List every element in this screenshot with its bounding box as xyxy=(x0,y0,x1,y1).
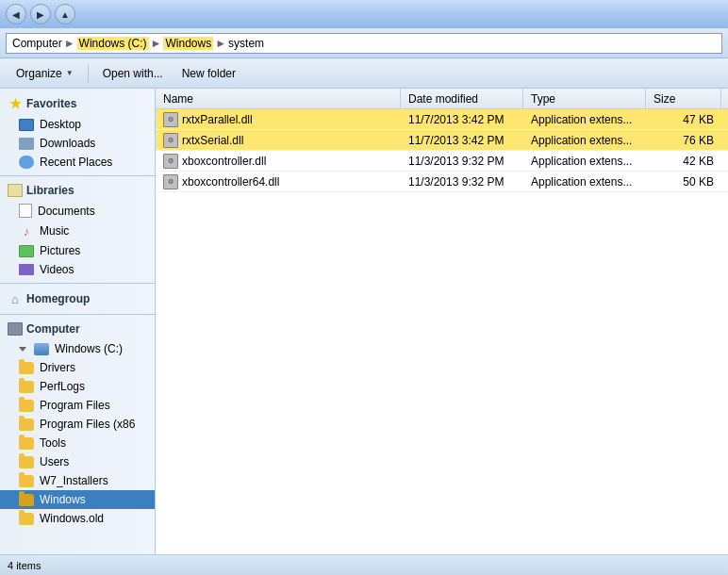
sidebar-pictures-label: Pictures xyxy=(40,244,80,257)
status-bar: 4 items xyxy=(0,554,728,575)
sidebar-item-tools[interactable]: Tools xyxy=(0,434,155,452)
up-button[interactable]: ▲ xyxy=(55,4,75,25)
open-with-button[interactable]: Open with... xyxy=(94,62,172,85)
title-bar: ◀ ▶ ▲ xyxy=(0,0,728,28)
col-header-type[interactable]: Type xyxy=(523,89,646,108)
sidebar-videos-label: Videos xyxy=(40,263,74,276)
file-name-text: rxtxParallel.dll xyxy=(182,113,253,126)
libraries-label: Libraries xyxy=(26,184,74,197)
favorites-section: ★ Favorites Desktop Downloads Recent Pla… xyxy=(0,92,155,172)
homegroup-header[interactable]: ⌂ Homegroup xyxy=(0,288,155,310)
file-name-text: xboxcontroller64.dll xyxy=(182,175,279,189)
folder-icon xyxy=(19,362,34,374)
table-row[interactable]: ⚙xboxcontroller64.dll11/3/2013 9:32 PMAp… xyxy=(156,172,728,192)
dll-icon: ⚙ xyxy=(163,112,178,127)
sidebar-programfiles86-label: Program Files (x86 xyxy=(40,418,135,431)
sidebar-item-drivers[interactable]: Drivers xyxy=(0,358,155,377)
recent-icon xyxy=(19,156,34,169)
open-with-label: Open with... xyxy=(103,67,163,80)
status-text: 4 items xyxy=(8,560,41,571)
sidebar-item-music[interactable]: ♪ Music xyxy=(0,221,155,241)
forward-button[interactable]: ▶ xyxy=(30,4,51,25)
favorites-label: Favorites xyxy=(26,97,76,110)
sidebar-item-users[interactable]: Users xyxy=(0,452,155,471)
homegroup-section: ⌂ Homegroup xyxy=(0,288,155,310)
back-button[interactable]: ◀ xyxy=(6,4,26,25)
sidebar-item-programfiles[interactable]: Program Files xyxy=(0,396,155,415)
computer-label: Computer xyxy=(26,322,80,336)
sidebar-music-label: Music xyxy=(40,224,69,238)
sidebar-item-drive[interactable]: Windows (C:) xyxy=(0,339,155,358)
breadcrumb-computer: Computer xyxy=(12,37,62,50)
sidebar-perflogs-label: PerfLogs xyxy=(40,380,85,393)
folder-icon xyxy=(19,419,34,431)
table-row[interactable]: ⚙xboxcontroller.dll11/3/2013 9:32 PMAppl… xyxy=(156,151,728,172)
sidebar-programfiles-label: Program Files xyxy=(40,399,110,412)
col-header-name[interactable]: Name xyxy=(156,89,401,108)
sidebar-item-w7installers[interactable]: W7_Installers xyxy=(0,471,155,490)
breadcrumb-system: system xyxy=(228,37,264,50)
sidebar-users-label: Users xyxy=(40,455,69,468)
sidebar-item-perflogs[interactable]: PerfLogs xyxy=(0,377,155,396)
table-row[interactable]: ⚙rxtxSerial.dll11/7/2013 3:42 PMApplicat… xyxy=(156,130,728,151)
drive-icon xyxy=(34,343,49,355)
col-header-date[interactable]: Date modified xyxy=(401,89,523,108)
file-date: 11/3/2013 9:32 PM xyxy=(401,155,523,168)
file-list: Name Date modified Type Size ⚙rxtxParall… xyxy=(156,89,728,554)
computer-header[interactable]: Computer xyxy=(0,319,155,339)
dll-icon: ⚙ xyxy=(163,154,178,169)
address-path[interactable]: Computer ► Windows (C:) ► Windows ► syst… xyxy=(6,33,722,54)
dll-icon: ⚙ xyxy=(163,174,178,189)
breadcrumb-windows: Windows xyxy=(163,37,213,50)
new-folder-button[interactable]: New folder xyxy=(174,62,244,85)
file-size: 50 KB xyxy=(646,175,721,189)
homegroup-icon: ⌂ xyxy=(8,291,23,306)
sidebar-item-recent[interactable]: Recent Places xyxy=(0,153,155,172)
col-date-label: Date modified xyxy=(408,92,478,106)
sidebar: ★ Favorites Desktop Downloads Recent Pla… xyxy=(0,89,156,554)
drive-expand-arrow xyxy=(19,347,26,352)
table-row[interactable]: ⚙rxtxParallel.dll11/7/2013 3:42 PMApplic… xyxy=(156,109,728,130)
file-size: 76 KB xyxy=(646,134,721,147)
sidebar-item-windows[interactable]: Windows xyxy=(0,490,155,509)
sidebar-item-desktop[interactable]: Desktop xyxy=(0,115,155,134)
folder-icon xyxy=(19,400,34,412)
address-bar: Computer ► Windows (C:) ► Windows ► syst… xyxy=(0,28,728,58)
sidebar-tools-label: Tools xyxy=(40,436,66,450)
video-icon xyxy=(19,264,34,275)
sidebar-downloads-label: Downloads xyxy=(40,137,95,150)
col-name-label: Name xyxy=(163,92,193,106)
sidebar-item-windowsold[interactable]: Windows.old xyxy=(0,509,155,528)
file-date: 11/7/2013 3:42 PM xyxy=(401,134,523,147)
sidebar-separator-1 xyxy=(0,175,155,176)
sidebar-separator-2 xyxy=(0,283,155,284)
libraries-header[interactable]: Libraries xyxy=(0,180,155,201)
favorites-header[interactable]: ★ Favorites xyxy=(0,92,155,115)
new-folder-label: New folder xyxy=(182,67,236,80)
col-header-size[interactable]: Size xyxy=(646,89,721,108)
computer-section: Computer Windows (C:) Drivers PerfLogs P… xyxy=(0,319,155,528)
file-type: Application extens... xyxy=(523,113,646,126)
folder-icon xyxy=(19,475,34,487)
file-name-text: rxtxSerial.dll xyxy=(182,134,243,147)
file-type: Application extens... xyxy=(523,134,646,147)
sidebar-item-downloads[interactable]: Downloads xyxy=(0,134,155,153)
col-size-label: Size xyxy=(654,92,675,106)
sidebar-item-documents[interactable]: Documents xyxy=(0,201,155,221)
file-type: Application extens... xyxy=(523,155,646,168)
sidebar-drivers-label: Drivers xyxy=(40,361,75,374)
docs-icon xyxy=(19,204,32,218)
sidebar-item-videos[interactable]: Videos xyxy=(0,260,155,279)
breadcrumb-drive: Windows (C:) xyxy=(77,37,149,50)
file-size: 42 KB xyxy=(646,155,721,168)
sidebar-item-programfiles86[interactable]: Program Files (x86 xyxy=(0,415,155,434)
sidebar-windowsold-label: Windows.old xyxy=(40,512,104,525)
folder-icon xyxy=(19,456,34,468)
folder-icon xyxy=(19,437,34,450)
libraries-section: Libraries Documents ♪ Music Pictures Vid… xyxy=(0,180,155,279)
organize-button[interactable]: Organize ▼ xyxy=(8,62,82,85)
star-icon: ★ xyxy=(8,96,23,111)
sidebar-item-pictures[interactable]: Pictures xyxy=(0,241,155,260)
file-name-text: xboxcontroller.dll xyxy=(182,155,266,168)
dll-icon: ⚙ xyxy=(163,133,178,148)
